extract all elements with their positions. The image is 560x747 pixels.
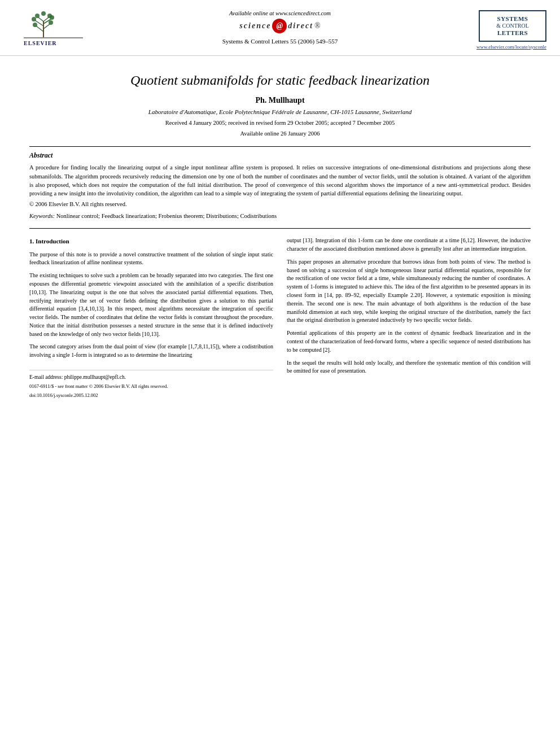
footnote-section: E-mail address: philippe.mullhaupt@epfl.… xyxy=(29,370,273,399)
abstract-text: A procedure for finding locally the line… xyxy=(29,163,531,198)
main-content: Quotient submanifolds for static feedbac… xyxy=(0,56,560,410)
keywords-values: Nonlinear control; Feedback linearizatio… xyxy=(56,213,277,219)
abstract-title: Abstract xyxy=(29,151,531,160)
body-section: 1. Introduction The purpose of this note… xyxy=(29,228,531,399)
paper-title: Quotient submanifolds for static feedbac… xyxy=(29,72,531,89)
direct-text: direct xyxy=(288,21,313,30)
elsevier-url: www.elsevier.com/locate/sysconle xyxy=(476,44,546,50)
elsevier-logo-section: ELSEVIER xyxy=(14,10,93,47)
page: ELSEVIER Available online at www.science… xyxy=(0,0,560,747)
journal-name: Systems & Control Letters 55 (2006) 549–… xyxy=(222,38,338,45)
left-column: 1. Introduction The purpose of this note… xyxy=(29,237,273,399)
svg-rect-0 xyxy=(24,37,83,38)
elsevier-logo-svg: ELSEVIER xyxy=(24,10,83,47)
header: ELSEVIER Available online at www.science… xyxy=(0,0,560,56)
title-section: Quotient submanifolds for static feedbac… xyxy=(29,72,531,139)
jt-line-3: LETTERS xyxy=(484,29,541,37)
keywords-label: Keywords: xyxy=(29,213,55,219)
svg-point-8 xyxy=(33,23,37,27)
body-para-3: The second category arises from the dual… xyxy=(29,343,273,360)
science-text: science xyxy=(239,21,271,30)
sd-dot: ® xyxy=(314,21,321,30)
right-para-3: Potential applications of this property … xyxy=(287,329,531,354)
available-online-text: Available online at www.sciencedirect.co… xyxy=(229,10,331,16)
body-para-2: The existing techniques to solve such a … xyxy=(29,272,273,338)
sd-at-icon: @ xyxy=(272,19,287,33)
body-para-1: The purpose of this note is to provide a… xyxy=(29,251,273,268)
section1-heading: 1. Introduction xyxy=(29,237,273,246)
footnote-doi2: doi:10.1016/j.sysconle.2005.12.002 xyxy=(29,392,273,399)
affiliation: Laboratoire d'Automatique, Ecole Polytec… xyxy=(29,108,531,115)
sciencedirect-logo: science @ direct ® xyxy=(239,19,320,33)
keywords-line: Keywords: Nonlinear control; Feedback li… xyxy=(29,213,531,219)
copyright: © 2006 Elsevier B.V. All rights reserved… xyxy=(29,201,531,207)
svg-line-6 xyxy=(38,17,43,21)
svg-point-13 xyxy=(47,14,52,18)
journal-title-box: SYSTEMS & CONTROL LETTERS xyxy=(479,10,546,42)
header-center: Available online at www.sciencedirect.co… xyxy=(93,10,467,45)
abstract-section: Abstract A procedure for finding locally… xyxy=(29,146,531,207)
author-name: Ph. Mullhaupt xyxy=(29,96,531,105)
footnote-doi1: 0167-6911/$ - see front matter © 2006 El… xyxy=(29,383,273,390)
received-date: Received 4 January 2005; received in rev… xyxy=(29,119,531,128)
svg-text:ELSEVIER: ELSEVIER xyxy=(24,40,57,46)
svg-point-12 xyxy=(35,14,40,18)
svg-point-10 xyxy=(32,17,36,21)
svg-point-9 xyxy=(49,20,53,25)
jt-amp: & CONTROL xyxy=(484,23,541,29)
svg-line-2 xyxy=(36,26,43,32)
jt-line-1: SYSTEMS xyxy=(484,15,541,23)
right-para-2: This paper proposes an alternative proce… xyxy=(287,258,531,325)
footnote-email: E-mail address: philippe.mullhaupt@epfl.… xyxy=(29,373,273,381)
svg-line-3 xyxy=(43,24,50,29)
right-para-4: In the sequel the results will hold only… xyxy=(287,359,531,376)
svg-point-14 xyxy=(41,11,46,16)
header-right: SYSTEMS & CONTROL LETTERS www.elsevier.c… xyxy=(467,10,546,50)
right-para-1: output [13]. Integration of this 1-form … xyxy=(287,237,531,254)
available-date: Available online 26 January 2006 xyxy=(29,129,531,139)
right-column: output [13]. Integration of this 1-form … xyxy=(287,237,531,399)
